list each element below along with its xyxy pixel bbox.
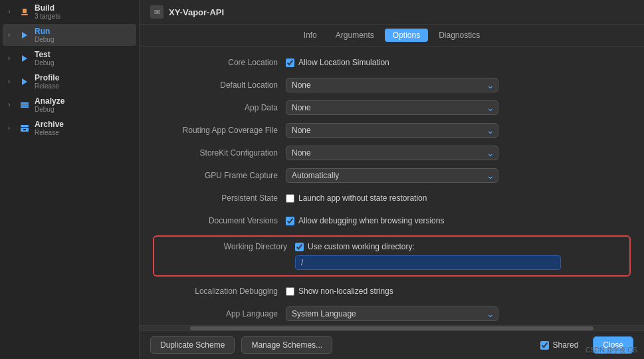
gpu-control: Automatically bbox=[286, 168, 631, 183]
test-icon bbox=[19, 53, 31, 64]
document-versions-checkbox[interactable] bbox=[286, 217, 294, 225]
analyze-icon bbox=[19, 99, 31, 111]
svg-rect-1 bbox=[23, 9, 27, 13]
document-versions-text: Allow debugging when browsing versions bbox=[298, 216, 444, 225]
run-name: Run bbox=[35, 27, 54, 36]
header-bar: ✉ XY-Vapor-API bbox=[140, 0, 644, 25]
sidebar-item-run[interactable]: › Run Debug bbox=[3, 24, 136, 46]
working-dir-label: Working Directory bbox=[162, 242, 295, 251]
manage-schemes-button[interactable]: Manage Schemes... bbox=[241, 336, 332, 354]
localization-text: Show non-localized strings bbox=[298, 287, 393, 296]
routing-select-wrapper: None bbox=[286, 123, 498, 138]
shared-section: Shared bbox=[540, 340, 579, 350]
tabs-bar: Info Arguments Options Diagnostics bbox=[140, 25, 644, 47]
archive-name: Archive bbox=[35, 120, 64, 129]
profile-subtitle: Release bbox=[35, 82, 59, 90]
working-dir-checkbox-label[interactable]: Use custom working directory: bbox=[295, 242, 415, 251]
working-dir-input[interactable] bbox=[295, 255, 561, 270]
gpu-label: GPU Frame Capture bbox=[153, 171, 286, 180]
default-location-row: Default Location None bbox=[153, 77, 631, 93]
tab-options[interactable]: Options bbox=[385, 29, 428, 42]
storekit-select[interactable]: None bbox=[286, 146, 498, 160]
routing-select[interactable]: None bbox=[286, 123, 498, 138]
profile-name: Profile bbox=[35, 73, 59, 82]
document-versions-checkbox-label[interactable]: Allow debugging when browsing versions bbox=[286, 216, 444, 225]
app-data-label: App Data bbox=[153, 103, 286, 112]
analyze-subtitle: Debug bbox=[35, 106, 64, 113]
app-data-select[interactable]: None bbox=[286, 100, 498, 115]
working-directory-section: Working Directory Use custom working dir… bbox=[153, 235, 631, 277]
sidebar-item-build[interactable]: › Build 3 targets bbox=[3, 1, 136, 23]
localization-control: Show non-localized strings bbox=[286, 287, 631, 296]
sidebar: › Build 3 targets › Run Debug bbox=[0, 0, 140, 359]
core-location-text: Allow Location Simulation bbox=[298, 58, 389, 67]
app-language-select[interactable]: System Language bbox=[286, 306, 498, 321]
scrollbar-thumb[interactable] bbox=[190, 326, 593, 330]
shared-label: Shared bbox=[553, 340, 579, 350]
svg-marker-2 bbox=[22, 32, 27, 39]
build-name: Build bbox=[35, 3, 60, 13]
chevron-icon: › bbox=[8, 31, 16, 39]
duplicate-scheme-button[interactable]: Duplicate Scheme bbox=[150, 336, 235, 354]
persistent-checkbox[interactable] bbox=[286, 194, 294, 203]
run-icon bbox=[19, 29, 31, 41]
gpu-row: GPU Frame Capture Automatically bbox=[153, 168, 631, 183]
routing-label: Routing App Coverage File bbox=[153, 126, 286, 135]
scheme-icon: ✉ bbox=[150, 5, 163, 19]
document-versions-row: Document Versions Allow debugging when b… bbox=[153, 213, 631, 229]
working-dir-checkbox[interactable] bbox=[295, 243, 304, 251]
analyze-text: Analyze Debug bbox=[35, 96, 64, 113]
watermark: CSDN @宇夜iOS bbox=[586, 346, 637, 355]
app-data-select-wrapper: None bbox=[286, 100, 498, 115]
content-area: ✉ XY-Vapor-API Info Arguments Options Di… bbox=[140, 0, 644, 359]
working-dir-path-row bbox=[162, 255, 621, 270]
build-text: Build 3 targets bbox=[35, 3, 60, 20]
test-text: Test Debug bbox=[35, 50, 54, 66]
document-versions-control: Allow debugging when browsing versions bbox=[286, 216, 631, 225]
localization-checkbox-label[interactable]: Show non-localized strings bbox=[286, 287, 393, 296]
sidebar-item-profile[interactable]: › Profile Release bbox=[3, 70, 136, 92]
footer: Duplicate Scheme Manage Schemes... Share… bbox=[140, 330, 644, 359]
archive-subtitle: Release bbox=[35, 129, 64, 136]
sidebar-item-archive[interactable]: › Archive Release bbox=[3, 117, 136, 139]
archive-text: Archive Release bbox=[35, 120, 64, 136]
app-language-label: App Language bbox=[153, 309, 286, 318]
svg-marker-4 bbox=[22, 78, 27, 85]
core-location-checkbox-label[interactable]: Allow Location Simulation bbox=[286, 58, 389, 67]
sidebar-item-analyze[interactable]: › Analyze Debug bbox=[3, 94, 136, 116]
tab-diagnostics[interactable]: Diagnostics bbox=[431, 29, 488, 42]
localization-row: Localization Debugging Show non-localize… bbox=[153, 283, 631, 299]
default-location-select[interactable]: None bbox=[286, 78, 498, 92]
scrollbar-area[interactable] bbox=[140, 325, 644, 330]
core-location-control: Allow Location Simulation bbox=[286, 58, 631, 67]
svg-rect-10 bbox=[23, 129, 26, 130]
localization-checkbox[interactable] bbox=[286, 287, 294, 296]
localization-label: Localization Debugging bbox=[153, 287, 286, 296]
form-area: Core Location Allow Location Simulation … bbox=[140, 47, 644, 325]
persistent-row: Persistent State Launch app without stat… bbox=[153, 190, 631, 206]
app-data-row: App Data None bbox=[153, 100, 631, 116]
build-subtitle: 3 targets bbox=[35, 13, 60, 20]
routing-row: Routing App Coverage File None bbox=[153, 122, 631, 138]
tab-arguments[interactable]: Arguments bbox=[328, 29, 382, 42]
app-language-control: System Language bbox=[286, 306, 631, 321]
svg-rect-7 bbox=[21, 106, 29, 108]
chevron-icon: › bbox=[8, 101, 16, 109]
storekit-select-wrapper: None bbox=[286, 146, 498, 160]
core-location-checkbox[interactable] bbox=[286, 59, 294, 67]
analyze-name: Analyze bbox=[35, 96, 64, 106]
core-location-label: Core Location bbox=[153, 58, 286, 67]
persistent-control: Launch app without state restoration bbox=[286, 193, 631, 203]
archive-icon bbox=[19, 122, 31, 134]
chevron-icon: › bbox=[8, 8, 16, 16]
default-location-select-wrapper: None bbox=[286, 78, 498, 92]
scheme-title: XY-Vapor-API bbox=[169, 7, 224, 17]
svg-marker-3 bbox=[22, 55, 27, 62]
sidebar-item-test[interactable]: › Test Debug bbox=[3, 47, 136, 69]
tab-info[interactable]: Info bbox=[296, 29, 325, 42]
storekit-row: StoreKit Configuration None bbox=[153, 145, 631, 161]
gpu-select[interactable]: Automatically bbox=[286, 168, 498, 183]
shared-checkbox[interactable] bbox=[540, 341, 549, 350]
persistent-checkbox-label[interactable]: Launch app without state restoration bbox=[286, 193, 427, 203]
svg-rect-0 bbox=[21, 14, 28, 15]
